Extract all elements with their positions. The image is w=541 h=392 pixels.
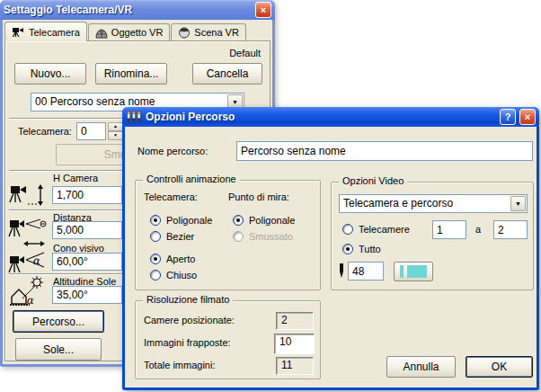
camere-posizionate-value: 2 — [276, 312, 314, 330]
ok-button[interactable]: OK — [466, 356, 533, 378]
camera-height-icon — [8, 181, 49, 209]
pen-color-bar — [400, 265, 404, 278]
radio-button-icon — [233, 215, 244, 226]
radio-label: Bezier — [166, 231, 194, 242]
radio-button-icon — [150, 254, 161, 264]
sole-button[interactable]: Sole... — [15, 338, 102, 361]
rinomina-button-label: Rinomina... — [104, 67, 159, 80]
telecamera-label: Telecamera: — [18, 126, 72, 137]
controlli-telecamera-label: Telecamera: — [144, 192, 198, 202]
rinomina-button[interactable]: Rinomina... — [95, 63, 167, 85]
radio-label: Tutto — [359, 244, 381, 254]
nome-percorso-input[interactable] — [236, 141, 533, 161]
video-mode-dropdown-value: Telecamera e percorso — [343, 197, 453, 209]
distanza-input[interactable] — [52, 221, 122, 239]
percorso-button-label: Percorso... — [32, 316, 84, 328]
video-mode-dropdown[interactable]: Telecamera e percorso ▼ — [339, 194, 528, 213]
punto-di-mira-label: Punto di mira: — [228, 192, 289, 202]
annulla-button-label: Annulla — [403, 361, 439, 373]
percorso-button[interactable]: Percorso... — [13, 310, 104, 333]
svg-text:α: α — [32, 254, 40, 267]
vr-scene-icon — [178, 27, 191, 39]
radio-telecamera-aperto[interactable]: Aperto — [150, 254, 195, 264]
radio-button-icon — [342, 224, 353, 235]
range-to-input[interactable] — [493, 220, 528, 239]
opzioni-client: Nome percorso: Controlli animazione Tele… — [125, 127, 537, 388]
sole-button-label: Sole... — [43, 343, 74, 356]
radio-telecamere[interactable]: Telecamere — [342, 224, 410, 235]
radio-telecamera-bezier[interactable]: Bezier — [150, 231, 194, 242]
radio-label: Telecamere — [359, 224, 410, 235]
sun-altitude-icon: α — [8, 275, 51, 307]
spinner-up-icon[interactable]: ▲ — [108, 122, 123, 131]
dropdown-arrow-icon[interactable]: ▼ — [510, 196, 526, 211]
cono-visivo-input[interactable] — [52, 253, 122, 271]
radio-label: Chiuso — [166, 270, 197, 281]
radio-punto-smussato[interactable]: Smussato — [233, 231, 293, 242]
tab-scena-vr[interactable]: Scena VR — [171, 23, 246, 40]
h-camera-label: H Camera — [53, 173, 98, 183]
tab-scena-vr-label: Scena VR — [194, 27, 239, 38]
immagini-frapposte-input[interactable]: 10 — [274, 334, 315, 354]
range-separator-label: a — [475, 224, 481, 235]
immagini-frapposte-label: Immagini frapposte: — [144, 337, 231, 348]
nuovo-button-label: Nuovo... — [31, 67, 71, 80]
opzioni-video-title: Opzioni Video — [339, 175, 407, 186]
telecamera-index-input[interactable] — [76, 122, 106, 140]
radio-punto-poligonale[interactable]: Poligonale — [233, 215, 295, 226]
svg-text:α: α — [26, 294, 34, 307]
radio-label: Poligonale — [249, 215, 295, 226]
risoluzione-filmato-title: Risoluzione filmato — [143, 294, 233, 305]
radio-button-icon — [150, 215, 161, 226]
pen-icon — [337, 263, 346, 279]
nome-percorso-label: Nome percorso: — [137, 146, 208, 156]
annulla-button[interactable]: Annulla — [386, 356, 456, 378]
vr-object-icon — [95, 27, 108, 39]
close-icon[interactable]: × — [255, 2, 271, 18]
spinner-down-icon[interactable]: ▼ — [108, 131, 123, 140]
percorso-dropdown-value: 00 Percorso senza nome — [35, 95, 155, 108]
radio-label: Smussato — [249, 231, 293, 242]
cancella-button[interactable]: Cancella — [192, 63, 262, 85]
help-icon[interactable]: ? — [500, 109, 516, 125]
close-icon[interactable]: × — [519, 109, 536, 125]
default-label: Default — [229, 48, 261, 58]
pen-color-button[interactable] — [394, 262, 433, 281]
tab-telecamera-label: Telecamera — [29, 27, 80, 38]
radio-tutto[interactable]: Tutto — [342, 244, 381, 254]
opzioni-titlebar[interactable]: Opzioni Percorso ? × — [122, 107, 539, 127]
opzioni-video-group: Opzioni Video Telecamera e percorso ▼ Te… — [331, 182, 534, 290]
radio-telecamera-chiuso[interactable]: Chiuso — [150, 270, 197, 281]
risoluzione-filmato-group: Risoluzione filmato Camere posizionate: … — [135, 300, 321, 379]
tab-telecamera[interactable]: Telecamera — [4, 22, 87, 41]
pens-logo-icon — [126, 111, 142, 124]
radio-label: Aperto — [166, 254, 195, 264]
nuovo-button[interactable]: Nuovo... — [14, 63, 86, 85]
h-camera-input[interactable] — [52, 186, 122, 204]
radio-button-icon — [150, 231, 161, 242]
desktop: Settaggio Telecamera/VR × Telecamera — [0, 0, 541, 392]
controlli-animazione-group: Controlli animazione Telecamera: Punto d… — [135, 180, 321, 290]
camera-fov-icon: α — [8, 251, 49, 274]
camere-posizionate-label: Camere posizionate: — [144, 315, 235, 325]
altitudine-sole-input[interactable] — [52, 286, 122, 304]
radio-telecamera-poligonale[interactable]: Poligonale — [150, 215, 212, 226]
settaggio-titlebar[interactable]: Settaggio Telecamera/VR × — [0, 0, 275, 20]
ok-button-label: OK — [492, 361, 507, 373]
totale-immagini-value: 11 — [276, 357, 314, 375]
totale-immagini-label: Totale immagini: — [144, 360, 215, 370]
controlli-animazione-title: Controlli animazione — [143, 174, 240, 184]
opzioni-window-title: Opzioni Percorso — [146, 111, 496, 123]
camera-distance-icon — [8, 217, 49, 249]
tab-oggetto-vr[interactable]: Oggetto VR — [88, 23, 170, 40]
tab-oggetto-vr-label: Oggetto VR — [111, 27, 163, 38]
telecamera-spinner: ▲ ▼ — [108, 122, 123, 140]
camera-icon — [12, 26, 25, 38]
tabstrip: Telecamera Oggetto VR Scena VR — [4, 21, 270, 40]
radio-button-icon — [150, 270, 161, 281]
radio-label: Poligonale — [166, 215, 212, 226]
range-from-input[interactable] — [432, 220, 466, 239]
settaggio-window-title: Settaggio Telecamera/VR — [4, 4, 252, 16]
pen-width-input[interactable] — [348, 262, 384, 281]
opzioni-percorso-dialog: Opzioni Percorso ? × Nome percorso: Cont… — [122, 107, 539, 390]
